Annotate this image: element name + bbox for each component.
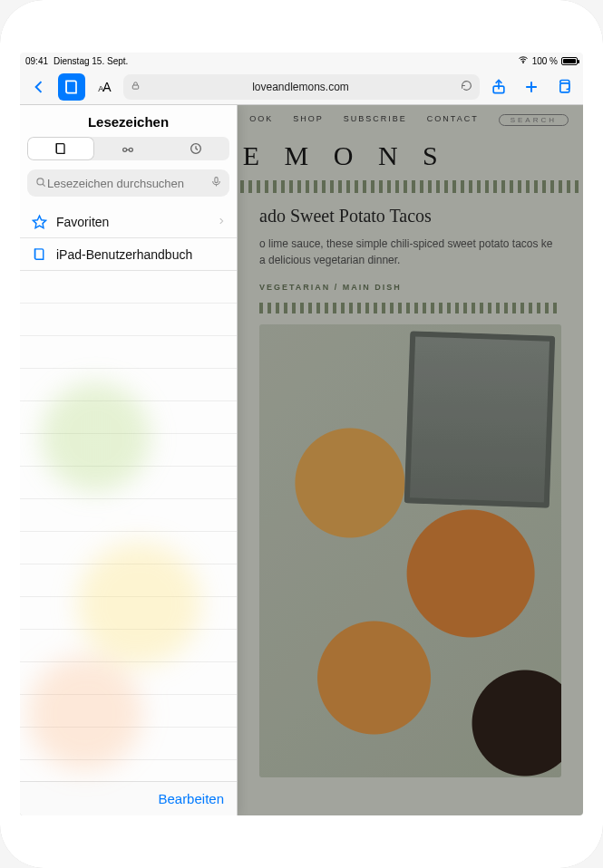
address-bar[interactable]: loveandlemons.com — [123, 74, 480, 100]
text-size-button[interactable]: AA — [91, 73, 118, 101]
svg-point-7 — [130, 148, 133, 151]
battery-pct: 100 % — [532, 56, 558, 66]
list-row-empty — [20, 271, 237, 304]
svg-rect-1 — [132, 85, 138, 89]
list-row-empty — [20, 499, 237, 532]
svg-line-10 — [43, 184, 45, 187]
seg-history[interactable] — [162, 137, 229, 160]
edit-button[interactable]: Bearbeiten — [158, 791, 224, 806]
bookmarks-button[interactable] — [58, 73, 85, 101]
aa-icon: AA — [98, 80, 110, 94]
status-time: 09:41 — [25, 56, 48, 66]
list-row-empty — [20, 564, 237, 597]
bookmarks-row-ipad-guide[interactable]: iPad-Benutzerhandbuch — [20, 238, 237, 271]
clock-icon — [189, 141, 203, 156]
sidebar-segmented-control[interactable] — [27, 137, 229, 160]
home-button[interactable] — [287, 825, 317, 855]
status-bar: 09:41 Dienstag 15. Sept. 100 % — [20, 53, 583, 69]
book-icon — [53, 141, 68, 156]
list-row-empty — [20, 728, 237, 760]
seg-bookmarks[interactable] — [27, 137, 94, 160]
back-button[interactable] — [25, 73, 53, 101]
list-row-empty — [20, 401, 237, 434]
search-icon — [34, 176, 47, 191]
svg-marker-13 — [33, 216, 45, 227]
glasses-icon — [121, 141, 135, 156]
battery-icon — [561, 57, 578, 65]
svg-point-0 — [522, 63, 523, 63]
star-outline-icon — [31, 214, 47, 229]
tabs-button[interactable] — [550, 73, 578, 101]
book-icon — [31, 246, 47, 262]
sidebar-search[interactable] — [27, 169, 229, 197]
chevron-right-icon — [217, 216, 226, 228]
status-date: Dienstag 15. Sept. — [53, 56, 128, 66]
sidebar-search-input[interactable] — [47, 177, 210, 190]
svg-point-9 — [37, 178, 44, 184]
wifi-icon — [518, 54, 529, 67]
list-row-empty — [20, 336, 237, 369]
bookmarks-row-label: Favoriten — [56, 215, 109, 229]
list-row-empty — [20, 467, 237, 499]
share-button[interactable] — [485, 73, 512, 101]
list-row-empty — [20, 630, 237, 662]
reload-icon[interactable] — [461, 80, 472, 94]
dictation-icon[interactable] — [210, 176, 222, 190]
bookmarks-list: Favoriten iPad-Benutzerhandbuch — [20, 206, 237, 781]
lock-icon — [131, 81, 141, 93]
bookmarks-sidebar: Lesezeichen — [20, 105, 238, 815]
sidebar-footer: Bearbeiten — [20, 781, 237, 815]
bookmarks-row-favorites[interactable]: Favoriten — [20, 206, 237, 238]
list-row-empty — [20, 662, 237, 695]
list-row-empty — [20, 695, 237, 728]
address-url: loveandlemons.com — [146, 81, 455, 93]
list-row-empty — [20, 369, 237, 401]
sidebar-title: Lesezeichen — [20, 114, 237, 130]
bookmarks-row-label: iPad-Benutzerhandbuch — [56, 247, 192, 262]
svg-rect-11 — [215, 178, 218, 183]
list-row-empty — [20, 597, 237, 630]
list-row-empty — [20, 434, 237, 467]
svg-rect-5 — [560, 82, 569, 92]
svg-point-6 — [123, 148, 127, 151]
new-tab-button[interactable] — [518, 73, 545, 101]
list-row-empty — [20, 304, 237, 336]
list-row-empty — [20, 532, 237, 564]
seg-reading-list[interactable] — [94, 137, 161, 160]
safari-toolbar: AA loveandlemons.com — [20, 69, 583, 105]
